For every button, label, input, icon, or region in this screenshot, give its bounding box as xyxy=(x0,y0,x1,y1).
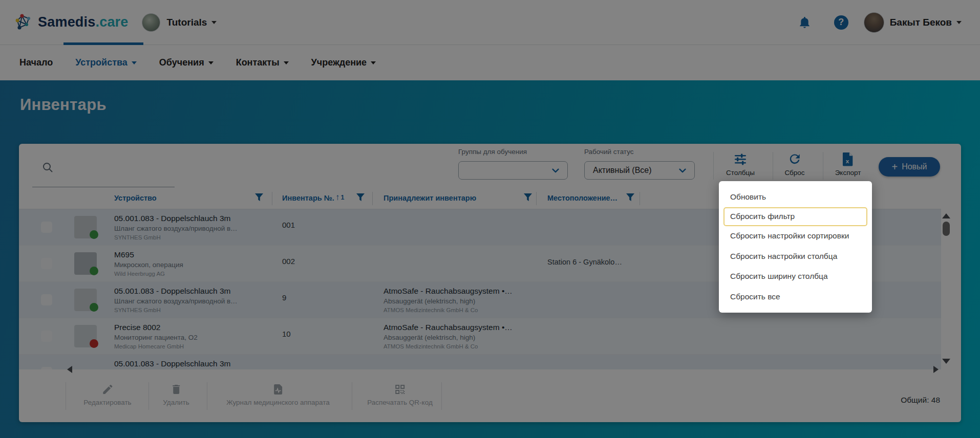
menu-item-reset-filter[interactable]: Сбросить фильтр xyxy=(723,207,867,226)
menu-item-refresh[interactable]: Обновить xyxy=(719,187,872,207)
menu-item-reset-column-settings[interactable]: Сбросить настройки столбца xyxy=(719,246,872,267)
menu-item-reset-sort-settings[interactable]: Сбросить настройки сортировки xyxy=(719,226,872,247)
menu-item-reset-all[interactable]: Сбросить все xyxy=(719,287,872,307)
app-screen: Samedis.care Tutorials ? Бакыт Беков xyxy=(0,0,980,438)
columns-context-menu: Обновить Сбросить фильтр Сбросить настро… xyxy=(719,181,872,313)
menu-item-reset-column-width[interactable]: Сбросить ширину столбца xyxy=(719,267,872,287)
